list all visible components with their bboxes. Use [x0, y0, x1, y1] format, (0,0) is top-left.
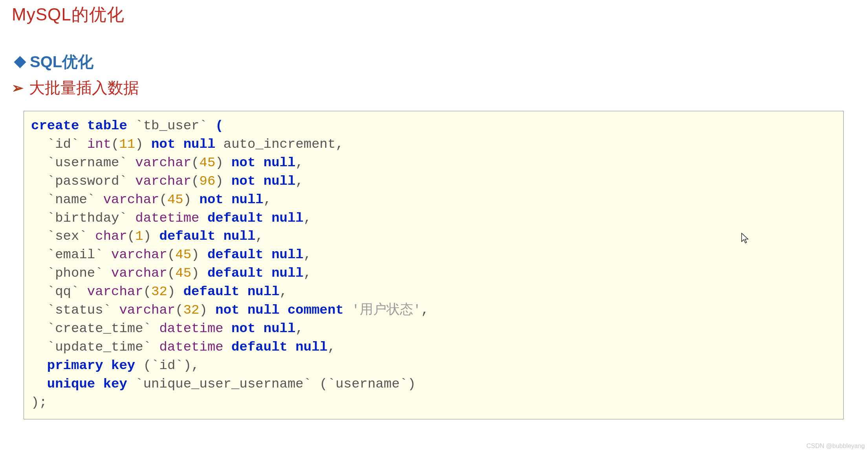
code-line: primary key (`id`), — [31, 356, 836, 375]
code-token — [264, 266, 271, 281]
subheading-text: SQL优化 — [30, 51, 93, 73]
code-line: `create_time` datetime not null, — [31, 320, 836, 338]
code-token — [255, 321, 263, 336]
code-token: 96 — [199, 174, 215, 189]
code-token: unique — [47, 377, 95, 391]
code-token: , — [304, 266, 311, 281]
code-token: varchar — [111, 266, 167, 281]
code-line: `email` varchar(45) default null, — [31, 246, 836, 264]
code-token: ) — [143, 229, 159, 244]
code-token: null — [264, 321, 296, 336]
code-token: `sex` — [47, 229, 95, 244]
code-token: ) — [215, 155, 231, 170]
page-title: MySQL的优化 — [12, 3, 125, 26]
code-token: key — [103, 377, 127, 391]
code-token: `password` — [47, 174, 135, 189]
code-token: datetime — [159, 321, 223, 336]
code-line: `sex` char(1) default null, — [31, 227, 836, 246]
code-token: varchar — [103, 192, 159, 207]
code-token: default — [207, 211, 264, 226]
watermark-text: CSDN @bubbleyang — [806, 443, 865, 450]
code-line: `password` varchar(96) not null, — [31, 172, 836, 191]
code-token — [199, 211, 207, 226]
code-token: null — [247, 303, 280, 318]
code-token: null — [271, 247, 304, 262]
code-token: 32 — [151, 284, 167, 299]
code-token: 32 — [183, 303, 200, 318]
code-token: table — [87, 118, 127, 133]
code-token: `id` — [47, 137, 87, 152]
code-token: null — [223, 229, 256, 244]
code-token — [223, 340, 231, 355]
code-token — [95, 377, 103, 391]
code-token: create — [31, 118, 79, 133]
code-token: `unique_user_username` (`username`) — [127, 377, 416, 391]
code-token: varchar — [87, 284, 143, 299]
code-token — [215, 229, 223, 244]
code-token: null — [271, 211, 304, 226]
code-token — [223, 192, 231, 207]
code-token: ( — [167, 266, 175, 281]
code-token: , — [295, 155, 303, 170]
code-token: , — [304, 247, 311, 262]
code-token: ) — [183, 192, 200, 207]
code-token: ) — [200, 303, 216, 318]
code-token: ); — [31, 395, 47, 410]
code-token: , — [421, 303, 429, 318]
code-token — [103, 358, 111, 373]
code-token: 11 — [119, 137, 135, 152]
code-token: int — [87, 137, 111, 152]
code-token: `phone` — [47, 266, 111, 281]
section-text: 大批量插入数据 — [29, 77, 139, 99]
code-line: `birthday` datetime default null, — [31, 209, 836, 228]
code-token: 45 — [199, 155, 215, 170]
code-token: ( — [159, 192, 167, 207]
section-row: ➢ 大批量插入数据 — [12, 77, 139, 99]
code-token: null — [295, 340, 328, 355]
code-line: `update_time` datetime default null, — [31, 338, 836, 356]
code-token: primary — [47, 358, 103, 373]
code-token: not — [151, 137, 175, 152]
code-token: `email` — [47, 247, 111, 262]
code-token: (`id`), — [135, 358, 199, 373]
code-token: default — [159, 229, 215, 244]
code-token: `create_time` — [47, 321, 159, 336]
code-token: null — [264, 174, 296, 189]
code-line: `qq` varchar(32) default null, — [31, 283, 836, 301]
code-token: `username` — [47, 155, 135, 170]
code-token: ) — [191, 266, 207, 281]
code-line: `id` int(11) not null auto_increment, — [31, 135, 836, 154]
code-token: , — [295, 174, 303, 189]
subheading-row: SQL优化 — [16, 51, 93, 73]
code-token: ( — [111, 137, 119, 152]
code-token: null — [231, 192, 264, 207]
code-token — [79, 118, 87, 133]
code-token: ( — [175, 303, 183, 318]
code-token: varchar — [119, 303, 175, 318]
code-token: datetime — [135, 211, 199, 226]
code-token: varchar — [135, 174, 191, 189]
sql-code-block: create table `tb_user` ( `id` int(11) no… — [24, 111, 844, 419]
code-token — [240, 303, 247, 318]
code-token: 45 — [175, 266, 191, 281]
code-token: `status` — [47, 303, 119, 318]
code-token: ) — [167, 284, 183, 299]
code-token: ) — [191, 247, 207, 262]
code-token — [264, 211, 271, 226]
code-token: not — [215, 303, 239, 318]
code-token: , — [280, 284, 288, 299]
code-line: ); — [31, 393, 836, 412]
code-token — [255, 155, 263, 170]
code-token: `qq` — [47, 284, 87, 299]
code-token — [223, 321, 231, 336]
code-token: '用户状态' — [352, 303, 421, 318]
code-token: not — [231, 155, 255, 170]
code-token: ( — [215, 118, 223, 133]
code-token: auto_increment, — [215, 137, 343, 152]
code-token: key — [111, 358, 135, 373]
code-token: , — [255, 229, 263, 244]
code-token: null — [247, 284, 280, 299]
code-token: ( — [127, 229, 135, 244]
code-token: , — [264, 192, 271, 207]
code-token: char — [95, 229, 127, 244]
